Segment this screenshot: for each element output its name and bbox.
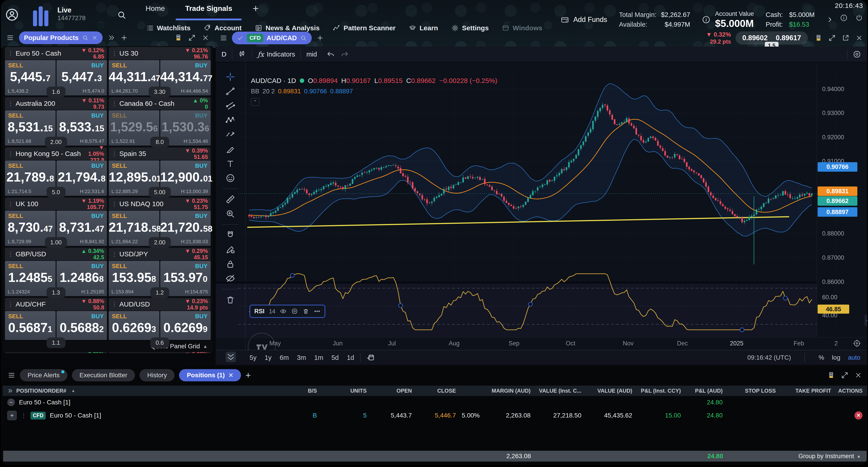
undo-icon[interactable] [327,50,335,59]
quote-tile-header[interactable]: ⋮AUD/USD▼ 0.23%14.9 pts [109,298,211,311]
range-5d[interactable]: 5d [331,354,339,362]
tab-close-icon[interactable]: ✕ [228,372,233,379]
help-info-icon[interactable] [840,14,848,22]
chart-layout-icon[interactable] [815,34,822,42]
panel-layout-icon[interactable] [175,34,182,41]
chart-sell-price[interactable]: 0.89602 [742,34,768,42]
quote-tile-header[interactable]: ⋮AUD/CHF▼ 0.88%50.8 [5,298,107,311]
user-avatar-icon[interactable] [5,8,19,21]
position-row[interactable]: +⋮CFDEuro 50 - Cash [1]B55,443.75,446.75… [3,409,867,422]
row-menu-icon[interactable]: ⋮ [21,412,26,419]
panel-close-icon[interactable] [202,34,209,41]
watchlist-menu-icon[interactable] [6,34,14,41]
go-to-date-icon[interactable] [366,353,375,362]
panel-expand-icon[interactable] [188,34,196,41]
tab-trade-signals[interactable]: Trade Signals [185,4,232,14]
range-6m[interactable]: 6m [280,354,289,362]
drag-handle-icon[interactable]: ⋮ [112,100,117,107]
tab-price-alerts[interactable]: Price Alerts [20,369,67,381]
group-by-instrument-button[interactable]: Group by Instrument ▲ [798,451,861,462]
quote-tile-header[interactable]: ⋮UK 100▼ 1.19%105.77 [5,197,107,210]
add-watchlist-icon[interactable] [120,34,128,41]
add-chart-tab-icon[interactable] [316,34,324,42]
power-icon[interactable] [855,14,863,22]
bb-legend[interactable]: BB 20 2 0.89831 0.90766 0.88897 [251,88,353,95]
range-5y[interactable]: 5y [250,354,256,362]
add-tab-button[interactable]: + [252,2,258,14]
axis-settings-icon[interactable] [852,339,861,348]
quote-tile-header[interactable]: ⋮Hong Kong 50 - Cash▼ 1.05%232.8 [5,147,107,160]
drag-handle-icon[interactable]: ⋮ [8,200,13,208]
add-order-button[interactable]: + [7,411,17,420]
drag-handle-icon[interactable]: ⋮ [112,251,117,258]
range-1d[interactable]: 1d [347,354,354,362]
timeframe-button[interactable]: D [221,51,226,58]
quote-tile-header[interactable]: ⋮Euro 50 - Cash▼ 0.12%6.85 [5,47,107,60]
chart-buy-price[interactable]: 0.89617 [776,34,801,42]
position-group-row[interactable]: −Euro 50 - Cash [1]24.80 [3,396,867,409]
drag-handle-icon[interactable]: ⋮ [8,100,13,107]
symbol-pill[interactable]: CFD AUD/CAD [232,32,312,44]
tab-execution-blotter[interactable]: Execution Blotter [72,369,135,381]
clear-icon[interactable] [92,35,98,41]
rsi-delete-icon[interactable] [303,308,309,315]
bottom-layout-icon[interactable] [827,371,835,379]
collapse-group-icon[interactable]: − [7,399,15,406]
quote-tile-header[interactable]: ⋮US 30▼ 0.21%96.76 [109,47,211,60]
quote-tile-header[interactable]: ⋮Australia 200▼ 0.11%9.73 [5,97,107,110]
drag-handle-icon[interactable]: ⋮ [8,150,13,157]
bottom-menu-icon[interactable] [8,371,16,379]
close-position-button[interactable]: ✕ [855,411,863,419]
chart-legend[interactable]: AUD/CAD · 1D O0.89894 H0.90167 L0.89515 … [251,77,497,85]
bottom-close-icon[interactable] [855,371,862,379]
drag-handle-icon[interactable]: ⋮ [112,301,117,308]
price-mode-button[interactable]: mid [306,51,317,58]
quote-panel-grid-toggle[interactable]: Quote Panel Grid ▲ [3,340,213,352]
collapse-drawing-toolbar-icon[interactable] [225,352,236,362]
column-header-POSITION/ORDER#[interactable]: POSITION/ORDER#▲ [7,388,290,394]
indicators-button[interactable]: ƒx Indicators [258,51,295,58]
percent-scale-button[interactable]: % [818,354,824,361]
watchlist-title-pill[interactable]: Popular Products [19,31,103,44]
chart-expand-icon[interactable] [828,34,836,42]
drag-handle-icon[interactable]: ⋮ [112,50,117,57]
symbol-search-icon[interactable] [300,35,307,41]
candle-style-icon[interactable] [238,50,246,59]
range-3m[interactable]: 3m [297,354,306,362]
range-1m[interactable]: 1m [314,354,323,362]
range-1y[interactable]: 1y [265,354,272,362]
rsi-visibility-icon[interactable] [280,308,287,315]
log-scale-button[interactable]: log [832,354,840,361]
rsi-indicator-toolbar[interactable]: RSI 14 [250,305,325,318]
chart-settings-icon[interactable] [852,50,861,59]
chart-popout-icon[interactable] [842,34,849,42]
drag-handle-icon[interactable]: ⋮ [112,200,117,208]
drag-handle-icon[interactable]: ⋮ [8,301,13,308]
quote-tile-header[interactable]: ⋮US NDAQ 100▼ 0.23%51.75 [109,197,211,210]
price-chart[interactable]: 0.940000.930000.920000.910000.880000.870… [216,62,867,365]
search-icon[interactable] [117,10,127,20]
add-bottom-tab-button[interactable]: + [246,370,251,380]
chevron-right-icon[interactable] [827,15,833,25]
quote-tile-header[interactable]: ⋮Canada 60 - Cash▲ 0%0 [109,97,211,110]
chart-quote-pill[interactable]: 0.89602 0.89617 1.5 [736,31,808,44]
rsi-settings-icon[interactable] [291,308,298,315]
chart-close-icon[interactable] [855,34,863,42]
auto-scale-button[interactable]: auto [848,354,861,361]
drag-handle-icon[interactable]: ⋮ [8,50,13,57]
redo-icon[interactable] [340,50,349,59]
expand-tabs-icon[interactable] [107,34,115,41]
account-switcher[interactable]: Live 14477278 [57,6,86,22]
tab-positions-1-[interactable]: Positions (1)✕ [179,369,241,381]
quote-tile-header[interactable]: ⋮GBP/USD▲ 0.34%42.5 [5,248,107,260]
bottom-expand-icon[interactable] [841,371,848,379]
quote-tile-header[interactable]: ⋮USD/JPY▼ 0.29%45.15 [109,248,211,260]
chart-menu-icon[interactable] [220,34,227,42]
add-funds-button[interactable]: Add Funds [561,15,607,24]
legend-collapse-button[interactable]: ⌃ [251,98,259,106]
expand-rows-icon[interactable] [7,388,13,394]
quote-tile-header[interactable]: ⋮Spain 35▼ 0.39%51.65 [109,147,211,160]
zoom-search-icon[interactable] [82,34,89,41]
drag-handle-icon[interactable]: ⋮ [8,251,13,258]
drag-handle-icon[interactable]: ⋮ [112,150,117,157]
